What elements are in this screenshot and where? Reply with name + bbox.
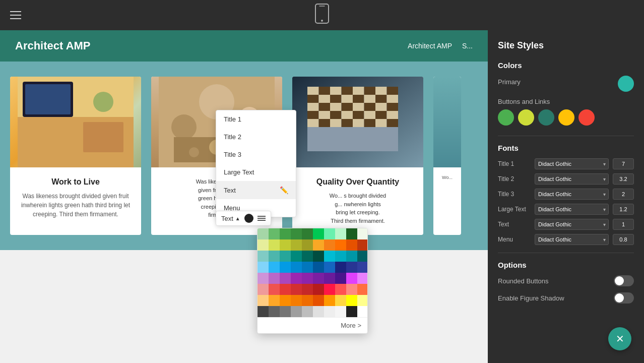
color-cell[interactable]: [346, 273, 357, 284]
color-cell[interactable]: [357, 239, 368, 251]
color-cell[interactable]: [280, 273, 291, 284]
color-cell[interactable]: [324, 239, 335, 251]
color-cell[interactable]: [313, 273, 324, 284]
font-select-5[interactable]: Didact Gothic: [535, 234, 609, 245]
color-cell[interactable]: [324, 262, 335, 273]
mobile-preview-icon[interactable]: [314, 4, 330, 27]
color-cell[interactable]: [324, 228, 335, 239]
color-cell[interactable]: [269, 284, 280, 295]
color-cell[interactable]: [335, 239, 346, 251]
color-cell[interactable]: [291, 251, 302, 262]
color-cell[interactable]: [302, 284, 313, 295]
color-cell[interactable]: [291, 228, 302, 239]
menu-button[interactable]: [10, 11, 21, 19]
font-select-1[interactable]: Didact Gothic: [535, 173, 609, 185]
color-cell[interactable]: [291, 239, 302, 251]
color-cell[interactable]: [357, 251, 368, 262]
color-cell[interactable]: [280, 295, 291, 306]
color-cell[interactable]: [280, 284, 291, 295]
color-cell[interactable]: [346, 306, 357, 317]
figure-shadow-toggle[interactable]: [614, 292, 634, 304]
color-cell[interactable]: [313, 295, 324, 306]
color-cell[interactable]: [313, 228, 324, 239]
color-cell[interactable]: [346, 228, 357, 239]
color-cell[interactable]: [357, 284, 368, 295]
primary-color-swatch[interactable]: [618, 76, 634, 92]
color-cell[interactable]: [357, 273, 368, 284]
color-cell[interactable]: [269, 273, 280, 284]
font-select-0[interactable]: Didact Gothic: [535, 158, 609, 169]
color-cell[interactable]: [291, 262, 302, 273]
font-size-4[interactable]: [613, 219, 634, 230]
color-cell[interactable]: [302, 295, 313, 306]
context-menu-title3[interactable]: Title 3: [216, 146, 282, 163]
color-cell[interactable]: [357, 306, 368, 317]
color-cell[interactable]: [346, 239, 357, 251]
color-cell[interactable]: [257, 295, 269, 306]
color-cell[interactable]: [257, 239, 269, 251]
toolbar-align-button[interactable]: [257, 216, 266, 221]
btn-color-2[interactable]: [518, 109, 534, 126]
color-cell[interactable]: [313, 251, 324, 262]
color-cell[interactable]: [269, 262, 280, 273]
color-cell[interactable]: [324, 295, 335, 306]
color-cell[interactable]: [346, 295, 357, 306]
color-cell[interactable]: [291, 306, 302, 317]
color-cell[interactable]: [257, 262, 269, 273]
color-cell[interactable]: [257, 228, 269, 239]
color-cell[interactable]: [335, 306, 346, 317]
toolbar-text-label[interactable]: Text ▲: [221, 215, 240, 222]
color-cell[interactable]: [357, 228, 368, 239]
color-cell[interactable]: [313, 284, 324, 295]
color-cell[interactable]: [346, 251, 357, 262]
font-size-5[interactable]: [613, 234, 634, 245]
color-cell[interactable]: [269, 228, 280, 239]
color-cell[interactable]: [280, 306, 291, 317]
color-cell[interactable]: [302, 273, 313, 284]
color-cell[interactable]: [269, 239, 280, 251]
color-cell[interactable]: [280, 239, 291, 251]
color-cell[interactable]: [257, 284, 269, 295]
close-fab-button[interactable]: ✕: [608, 327, 631, 350]
color-cell[interactable]: [269, 306, 280, 317]
color-cell[interactable]: [357, 295, 368, 306]
nav-link-1[interactable]: Architect AMP: [408, 42, 452, 50]
font-size-2[interactable]: [613, 189, 634, 200]
color-cell[interactable]: [257, 251, 269, 262]
color-cell[interactable]: [335, 284, 346, 295]
font-select-3[interactable]: Didact Gothic: [535, 204, 609, 215]
color-cell[interactable]: [291, 273, 302, 284]
color-cell[interactable]: [313, 262, 324, 273]
color-cell[interactable]: [324, 251, 335, 262]
color-cell[interactable]: [302, 239, 313, 251]
color-cell[interactable]: [324, 306, 335, 317]
color-cell[interactable]: [357, 262, 368, 273]
color-cell[interactable]: [291, 295, 302, 306]
color-cell[interactable]: [280, 262, 291, 273]
font-select-2[interactable]: Didact Gothic: [535, 189, 609, 200]
rounded-buttons-toggle[interactable]: [614, 275, 634, 286]
context-menu-large-text[interactable]: Large Text: [216, 163, 282, 181]
btn-color-4[interactable]: [558, 109, 574, 126]
color-cell[interactable]: [269, 295, 280, 306]
context-menu-title2[interactable]: Title 2: [216, 128, 282, 146]
color-cell[interactable]: [346, 262, 357, 273]
btn-color-3[interactable]: [538, 109, 554, 126]
color-cell[interactable]: [302, 251, 313, 262]
color-cell[interactable]: [302, 228, 313, 239]
font-size-0[interactable]: [613, 158, 634, 169]
color-cell[interactable]: [291, 284, 302, 295]
color-cell[interactable]: [335, 228, 346, 239]
color-cell[interactable]: [257, 273, 269, 284]
color-cell[interactable]: [302, 306, 313, 317]
nav-link-2[interactable]: S...: [462, 42, 473, 50]
color-cell[interactable]: [280, 251, 291, 262]
font-size-1[interactable]: [613, 173, 634, 185]
context-menu-title1[interactable]: Title 1: [216, 110, 282, 128]
font-size-3[interactable]: [613, 204, 634, 215]
color-cell[interactable]: [346, 284, 357, 295]
btn-color-1[interactable]: [498, 109, 514, 126]
color-cell[interactable]: [257, 306, 269, 317]
color-cell[interactable]: [280, 228, 291, 239]
btn-color-5[interactable]: [578, 109, 595, 126]
